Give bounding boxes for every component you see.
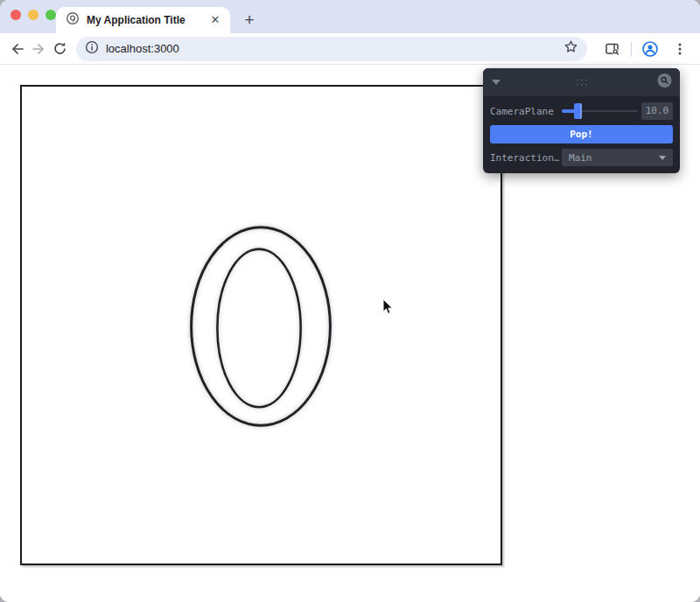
slider-label: CameraPlane [490,106,562,117]
url-text[interactable]: localhost:3000 [106,42,564,55]
slider-row: CameraPlane 10.0 [490,102,673,120]
dropdown-row: Interaction… Main [490,149,673,166]
debug-panel: CameraPlane 10.0 Pop! Interaction… Main [483,68,680,173]
slider-value-input[interactable]: 10.0 [641,102,673,120]
page-info-icon[interactable] [85,40,99,58]
tab-close-icon[interactable]: ✕ [207,12,223,28]
sidebar-search-button[interactable] [601,38,624,60]
favicon-icon [66,11,80,29]
minimize-window-icon[interactable] [28,10,38,20]
dropdown-label: Interaction… [490,152,562,164]
digit-zero-figure [22,87,500,564]
tab-title: My Application Title [87,14,207,26]
button-row: Pop! [490,125,673,144]
interaction-dropdown[interactable]: Main [562,149,673,166]
menu-dots-icon [673,42,687,56]
reload-icon [52,41,67,56]
toolbar-separator [631,41,632,57]
panel-body: CameraPlane 10.0 Pop! Interaction… Main [483,96,680,173]
browser-toolbar: localhost:3000 [0,33,700,65]
forward-arrow-icon [31,41,46,57]
profile-icon [641,40,659,58]
dropdown-value: Main [569,152,659,164]
app-canvas[interactable] [20,85,502,565]
back-button[interactable] [9,38,26,60]
camera-plane-slider[interactable] [562,102,638,120]
close-window-icon[interactable] [10,10,21,20]
browser-tab[interactable]: My Application Title ✕ [56,7,230,33]
tab-strip: My Application Title ✕ + [0,0,700,33]
reload-button[interactable] [52,38,69,60]
page-content: CameraPlane 10.0 Pop! Interaction… Main [0,65,700,602]
slider-knob[interactable] [574,103,582,119]
back-arrow-icon [10,41,25,57]
drag-handle-icon[interactable] [577,80,587,86]
menu-button[interactable] [668,38,691,60]
circle-magnifier-icon[interactable] [657,74,672,92]
browser-window: My Application Title ✕ + [0,0,700,602]
panel-header[interactable] [483,68,680,96]
collapse-triangle-icon[interactable] [492,80,500,85]
bookmark-star-icon[interactable] [564,39,578,58]
profile-button[interactable] [639,38,662,60]
sidebar-search-icon [605,41,620,57]
chevron-down-icon [659,156,666,160]
new-tab-button[interactable]: + [238,9,261,32]
window-controls [10,10,56,20]
forward-button[interactable] [30,38,47,60]
pop-button[interactable]: Pop! [490,125,673,144]
address-bar[interactable]: localhost:3000 [76,37,587,61]
zoom-window-icon[interactable] [46,10,56,20]
toolbar-trailing [601,38,691,60]
